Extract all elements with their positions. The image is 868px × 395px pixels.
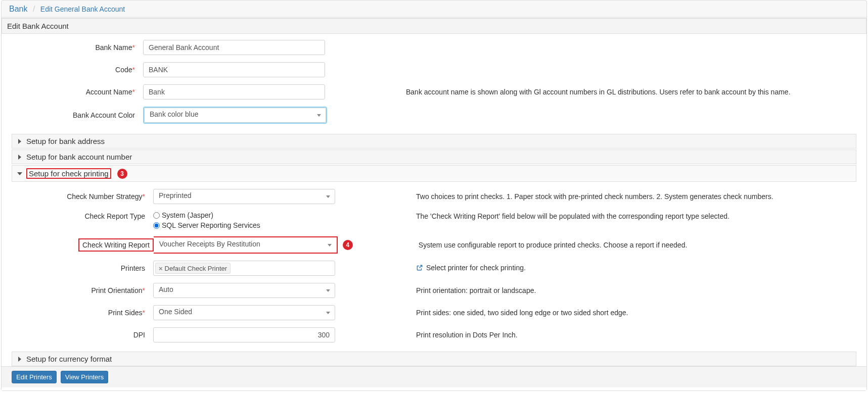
printers-input[interactable]: × Default Check Printer xyxy=(153,261,335,276)
bank-account-color-label: Bank Account Color xyxy=(2,111,143,119)
print-sides-select[interactable]: One Sided xyxy=(153,305,335,320)
print-sides-label: Print Sides* xyxy=(12,309,153,317)
check-number-strategy-label: Check Number Strategy* xyxy=(12,192,153,201)
bank-name-label: Bank Name* xyxy=(2,43,143,52)
printers-label: Printers xyxy=(12,264,153,272)
breadcrumb-current: Edit General Bank Account xyxy=(40,5,125,13)
chevron-down-icon xyxy=(326,195,330,198)
dpi-label: DPI xyxy=(12,331,153,339)
external-link-icon xyxy=(416,264,423,271)
callout-badge-4: 4 xyxy=(343,240,353,250)
dpi-help: Print resolution in Dots Per Inch. xyxy=(335,331,856,339)
select-printer-link[interactable]: Select printer for check printing. xyxy=(416,264,526,272)
chevron-right-icon xyxy=(18,139,21,144)
dpi-input[interactable] xyxy=(153,327,335,342)
account-name-input[interactable] xyxy=(143,84,325,100)
code-label: Code* xyxy=(2,66,143,74)
printer-chip[interactable]: × Default Check Printer xyxy=(155,263,231,274)
section-check-printing-label: Setup for check printing xyxy=(29,169,109,178)
section-currency-format[interactable]: Setup for currency format xyxy=(12,352,856,366)
check-writing-report-select[interactable]: Voucher Receipts By Restitution xyxy=(154,237,337,253)
edit-printers-button[interactable]: Edit Printers xyxy=(12,371,57,383)
code-input[interactable] xyxy=(143,62,325,77)
chevron-right-icon xyxy=(18,357,21,362)
check-number-strategy-select[interactable]: Preprinted xyxy=(153,189,335,204)
breadcrumb-separator: / xyxy=(33,5,35,13)
breadcrumb-root-link[interactable]: Bank xyxy=(9,5,27,13)
print-sides-help: Print sides: one sided, two sided long e… xyxy=(335,309,856,317)
check-writing-report-label: Check Writing Report xyxy=(78,238,154,252)
panel-title: Edit Bank Account xyxy=(2,18,866,34)
breadcrumb: Bank / Edit General Bank Account xyxy=(2,1,866,18)
print-orientation-label: Print Orientation* xyxy=(12,286,153,294)
radio-system-jasper[interactable]: System (Jasper) xyxy=(153,211,335,219)
print-orientation-select[interactable]: Auto xyxy=(153,283,335,298)
chevron-down-icon xyxy=(328,244,332,246)
account-name-help: Bank account name is shown along with Gl… xyxy=(325,88,866,96)
check-writing-report-help: System use configurable report to produc… xyxy=(353,241,856,249)
chevron-down-icon xyxy=(326,312,330,314)
section-bank-address-label: Setup for bank address xyxy=(26,137,105,145)
bank-account-color-select[interactable]: Bank color blue xyxy=(143,107,327,124)
section-check-printing-highlight: Setup for check printing xyxy=(26,168,111,179)
section-bank-account-number-label: Setup for bank account number xyxy=(26,153,132,161)
chevron-down-icon xyxy=(317,114,321,117)
view-printers-button[interactable]: View Printers xyxy=(61,371,108,383)
chevron-down-icon xyxy=(17,172,22,175)
section-currency-format-label: Setup for currency format xyxy=(26,355,112,363)
remove-chip-icon[interactable]: × xyxy=(159,265,163,272)
check-number-strategy-help: Two choices to print checks. 1. Paper st… xyxy=(335,192,856,201)
check-report-type-label: Check Report Type xyxy=(12,211,153,220)
section-check-printing[interactable]: Setup for check printing 3 xyxy=(12,165,856,182)
section-bank-address[interactable]: Setup for bank address xyxy=(12,134,856,149)
radio-ssrs[interactable]: SQL Server Reporting Services xyxy=(153,221,335,229)
callout-badge-3: 3 xyxy=(117,169,127,179)
bank-name-input[interactable] xyxy=(143,40,325,55)
account-name-label: Account Name* xyxy=(2,88,143,96)
check-report-type-help: The 'Check Writing Report' field below w… xyxy=(335,211,856,220)
section-bank-account-number[interactable]: Setup for bank account number xyxy=(12,150,856,164)
footer-toolbar: Edit Printers View Printers xyxy=(2,366,866,387)
chevron-right-icon xyxy=(18,155,21,160)
chevron-down-icon xyxy=(326,289,330,292)
print-orientation-help: Print orientation: portrait or landscape… xyxy=(335,286,856,294)
